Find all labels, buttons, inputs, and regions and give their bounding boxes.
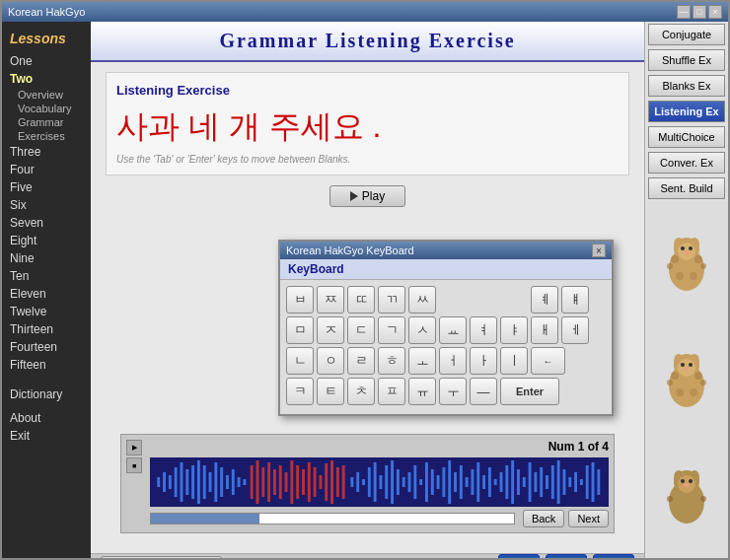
audio-stop-button[interactable]: ■ [126, 457, 142, 473]
kb-key-k[interactable]: ㅋ [286, 378, 314, 405]
sidebar-item-exit[interactable]: Exit [2, 427, 91, 445]
conjugate-button[interactable]: Conjugate [648, 24, 725, 45]
korean-btn-2[interactable]: 선택 [546, 554, 587, 558]
kb-key-bb[interactable]: ㅂ [286, 286, 314, 314]
sidebar-item-one[interactable]: One [2, 52, 91, 70]
kb-key-p[interactable]: ㅍ [378, 378, 405, 405]
sidebar-item-six[interactable]: Six [2, 196, 91, 214]
sidebar-item-eleven[interactable]: Eleven [2, 285, 91, 303]
sent-build-button[interactable]: Sent. Build [648, 177, 725, 199]
kb-key-r[interactable]: ㄹ [347, 347, 375, 375]
kb-key-h[interactable]: ㅎ [378, 347, 405, 375]
svg-rect-21 [273, 469, 276, 495]
page-title: Grammar Listening Exercise [106, 30, 629, 52]
kb-key-yae[interactable]: ㅒ [561, 286, 589, 314]
svg-rect-23 [285, 472, 288, 492]
sidebar-sub-overview[interactable]: Overview [2, 88, 91, 102]
kb-title-bar: Korean HakGyo KeyBoard × [280, 242, 612, 259]
svg-rect-49 [437, 475, 440, 489]
back-button[interactable]: Back [523, 510, 564, 527]
sidebar-item-four[interactable]: Four [2, 161, 91, 178]
kb-key-ae[interactable]: ㅐ [531, 316, 558, 344]
kb-key-jj[interactable]: ㅉ [317, 286, 344, 314]
svg-rect-9 [203, 465, 206, 499]
svg-rect-63 [517, 469, 520, 495]
shuffle-ex-button[interactable]: Shuffle Ex [648, 49, 725, 71]
sidebar-item-ten[interactable]: Ten [2, 267, 91, 285]
kb-key-backspace[interactable]: ← [531, 347, 565, 375]
sidebar-item-two[interactable]: Two [2, 70, 91, 88]
kb-key-a[interactable]: ㅏ [470, 347, 497, 375]
sidebar-sub-grammar[interactable]: Grammar [2, 115, 91, 129]
kb-key-i[interactable]: ㅣ [500, 347, 528, 375]
kb-key-u[interactable]: ㅜ [439, 378, 467, 405]
kb-key-g[interactable]: ㄱ [378, 316, 405, 344]
svg-rect-54 [466, 477, 469, 487]
kb-key-yu[interactable]: ㅠ [408, 378, 436, 405]
svg-point-85 [684, 250, 690, 254]
exercise-box: Listening Exercise 사과 네 개 주세요 . Use the … [106, 72, 629, 175]
sidebar-item-about[interactable]: About [2, 409, 91, 427]
kb-key-e[interactable]: ㅔ [561, 316, 589, 344]
kb-key-eo[interactable]: ㅓ [439, 347, 467, 375]
kb-key-ch[interactable]: ㅊ [347, 378, 375, 405]
sidebar-item-fifteen[interactable]: Fifteen [2, 356, 91, 374]
kb-key-s[interactable]: ㅅ [408, 316, 436, 344]
sidebar-item-eight[interactable]: Eight [2, 232, 91, 249]
svg-point-112 [689, 479, 693, 483]
grammar-summary-button[interactable]: Grammar Summary [101, 556, 222, 559]
audio-play-button[interactable]: ▶ [126, 440, 142, 455]
leopard-3 [660, 464, 714, 528]
kb-header: KeyBoard [280, 259, 612, 280]
blanks-ex-button[interactable]: Blanks Ex [648, 75, 725, 97]
sidebar-item-fourteen[interactable]: Fourteen [2, 338, 91, 356]
conver-ex-button[interactable]: Conver. Ex [648, 152, 725, 174]
sidebar-item-five[interactable]: Five [2, 178, 91, 196]
kb-key-ye[interactable]: ㅖ [531, 286, 558, 314]
sidebar-item-twelve[interactable]: Twelve [2, 303, 91, 320]
sidebar-item-thirteen[interactable]: Thirteen [2, 320, 91, 338]
kb-key-o[interactable]: ㅗ [408, 347, 436, 375]
svg-point-88 [671, 255, 679, 263]
kb-key-t[interactable]: ㅌ [317, 378, 344, 405]
sidebar-item-nine[interactable]: Nine [2, 249, 91, 267]
kb-title: Korean HakGyo KeyBoard [286, 245, 414, 256]
kb-key-d[interactable]: ㄷ [347, 316, 375, 344]
kb-key-n[interactable]: ㄴ [286, 347, 314, 375]
kb-key-dd[interactable]: ㄸ [347, 286, 375, 314]
svg-point-90 [676, 272, 684, 280]
kb-key-yo[interactable]: ㅛ [439, 316, 467, 344]
kb-key-enter[interactable]: Enter [500, 378, 559, 405]
kb-key-ss[interactable]: ㅆ [408, 286, 436, 314]
kb-key-yeo[interactable]: ㅕ [470, 316, 497, 344]
next-button[interactable]: Next [568, 510, 609, 527]
kb-key-blank1 [439, 286, 467, 314]
content-area: Grammar Listening Exercise Listening Exe… [91, 22, 644, 558]
kb-key-ng[interactable]: ㅇ [317, 347, 344, 375]
kb-close-button[interactable]: × [592, 244, 606, 257]
korean-btn-3[interactable]: 다음 [593, 554, 634, 558]
svg-rect-36 [362, 479, 365, 485]
sidebar-item-seven[interactable]: Seven [2, 214, 91, 232]
sidebar-sub-exercises[interactable]: Exercises [2, 129, 91, 143]
minimize-button[interactable]: — [677, 5, 691, 19]
sidebar-sub-vocabulary[interactable]: Vocabulary [2, 102, 91, 115]
multichoice-button[interactable]: MultiChoice [648, 126, 725, 148]
sidebar-item-three[interactable]: Three [2, 143, 91, 161]
kb-key-j[interactable]: ㅈ [317, 316, 344, 344]
sidebar-item-dictionary[interactable]: Dictionary [2, 385, 91, 403]
svg-rect-4 [175, 467, 178, 497]
play-button[interactable]: Play [329, 185, 405, 207]
korean-btn-1[interactable]: 안내 [498, 554, 540, 558]
kb-key-ya[interactable]: ㅑ [500, 316, 528, 344]
kb-key-m[interactable]: ㅁ [286, 316, 314, 344]
kb-key-gg[interactable]: ㄲ [378, 286, 405, 314]
kb-key-dash[interactable]: — [470, 378, 497, 405]
svg-point-113 [684, 483, 690, 487]
sidebar: Lessons One Two Overview Vocabulary Gram… [2, 22, 91, 558]
maximize-button[interactable]: □ [693, 5, 706, 19]
progress-track[interactable] [150, 513, 515, 525]
svg-point-91 [690, 272, 697, 280]
close-button[interactable]: × [708, 5, 722, 19]
listening-ex-button[interactable]: Listening Ex [648, 101, 725, 122]
